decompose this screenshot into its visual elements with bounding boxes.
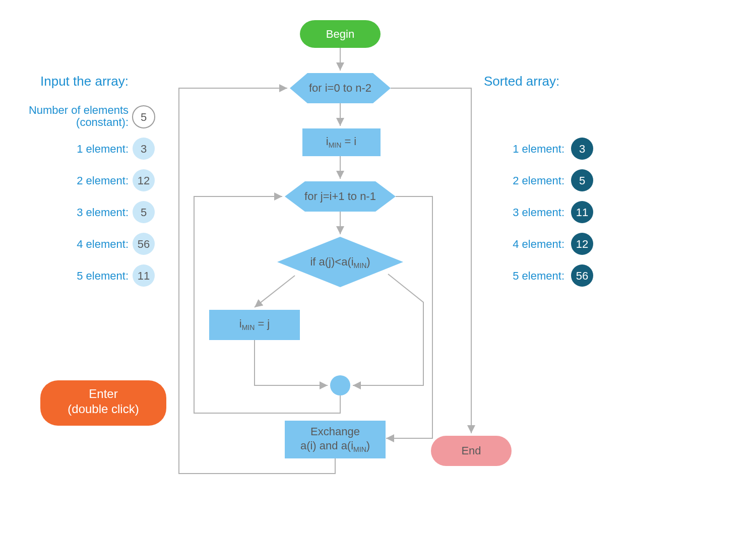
sorted-item: 1 element: 3 — [513, 138, 593, 160]
arrow — [255, 276, 295, 307]
svg-text:for i=0 to n-2: for i=0 to n-2 — [309, 82, 371, 94]
decision-node: if a(j)<a(iMIN) — [277, 237, 403, 287]
svg-text:12: 12 — [138, 174, 150, 187]
sorted-item: 3 element: 11 — [513, 201, 593, 223]
svg-text:Begin: Begin — [326, 28, 354, 40]
input-item: 2 element: 12 — [77, 169, 155, 191]
connector-node — [330, 375, 350, 395]
arrow — [255, 340, 328, 385]
svg-text:5 element:: 5 element: — [77, 270, 129, 282]
end-node: End — [431, 436, 512, 466]
sorted-title: Sorted array: — [484, 74, 559, 89]
arrow — [391, 88, 471, 433]
input-item: 3 element: 5 — [77, 201, 155, 223]
svg-text:5: 5 — [141, 206, 147, 219]
svg-text:Enter: Enter — [89, 387, 117, 400]
arrow — [194, 196, 340, 413]
num-elements-label-bottom: (constant): — [76, 116, 129, 128]
imin-eq-i-node: iMIN = i — [302, 128, 381, 156]
for-j-node: for j=i+1 to n-1 — [285, 181, 396, 212]
imin-eq-j-node: iMIN = j — [209, 310, 300, 340]
input-title: Input the array: — [40, 74, 129, 89]
flowchart-diagram: Input the array: Number of elements (con… — [0, 0, 756, 534]
enter-button[interactable]: Enter (double click) — [40, 380, 166, 426]
svg-text:12: 12 — [576, 238, 588, 250]
begin-node: Begin — [300, 20, 381, 48]
svg-text:56: 56 — [576, 270, 588, 282]
svg-text:for j=i+1 to n-1: for j=i+1 to n-1 — [304, 190, 376, 203]
svg-text:4 element:: 4 element: — [77, 238, 129, 250]
svg-text:11: 11 — [138, 270, 150, 282]
svg-text:56: 56 — [138, 238, 150, 250]
input-item: 5 element: 11 — [77, 264, 155, 287]
arrow — [386, 196, 432, 438]
sorted-item: 5 element: 56 — [513, 264, 593, 287]
svg-text:2 element:: 2 element: — [77, 174, 129, 187]
sorted-item: 4 element: 12 — [513, 233, 593, 255]
svg-text:1 element:: 1 element: — [77, 143, 129, 155]
input-item: 4 element: 56 — [77, 233, 155, 255]
svg-text:3 element:: 3 element: — [513, 206, 564, 219]
svg-text:5 element:: 5 element: — [513, 270, 564, 282]
svg-text:End: End — [461, 444, 481, 457]
input-item: 1 element: 3 — [77, 138, 155, 160]
arrow — [353, 274, 423, 385]
svg-text:(double click): (double click) — [68, 402, 139, 416]
svg-text:2 element:: 2 element: — [513, 174, 564, 187]
num-elements-value: 5 — [141, 111, 147, 123]
svg-text:4 element:: 4 element: — [513, 238, 564, 250]
svg-text:3: 3 — [141, 143, 147, 155]
svg-text:11: 11 — [576, 206, 588, 219]
svg-text:5: 5 — [579, 174, 585, 187]
sorted-item: 2 element: 5 — [513, 169, 593, 191]
svg-text:Exchange: Exchange — [310, 425, 360, 438]
for-i-node: for i=0 to n-2 — [290, 73, 391, 103]
exchange-node: Exchange a(i) and a(iMIN) — [285, 421, 386, 458]
svg-text:1 element:: 1 element: — [513, 143, 564, 155]
num-elements-label-top: Number of elements — [29, 104, 129, 116]
svg-text:3: 3 — [579, 143, 585, 155]
svg-text:3 element:: 3 element: — [77, 206, 129, 219]
